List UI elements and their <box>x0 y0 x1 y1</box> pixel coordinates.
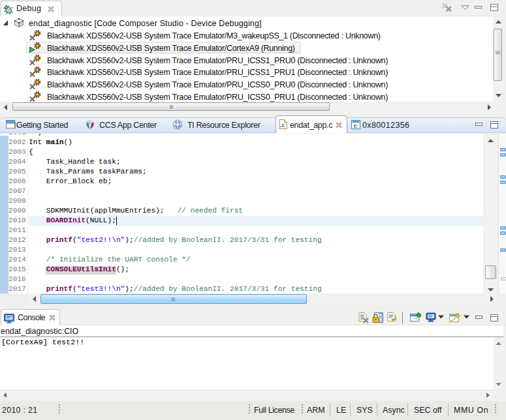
svg-text:.c: .c <box>280 122 285 128</box>
svg-text:c: c <box>354 122 357 129</box>
